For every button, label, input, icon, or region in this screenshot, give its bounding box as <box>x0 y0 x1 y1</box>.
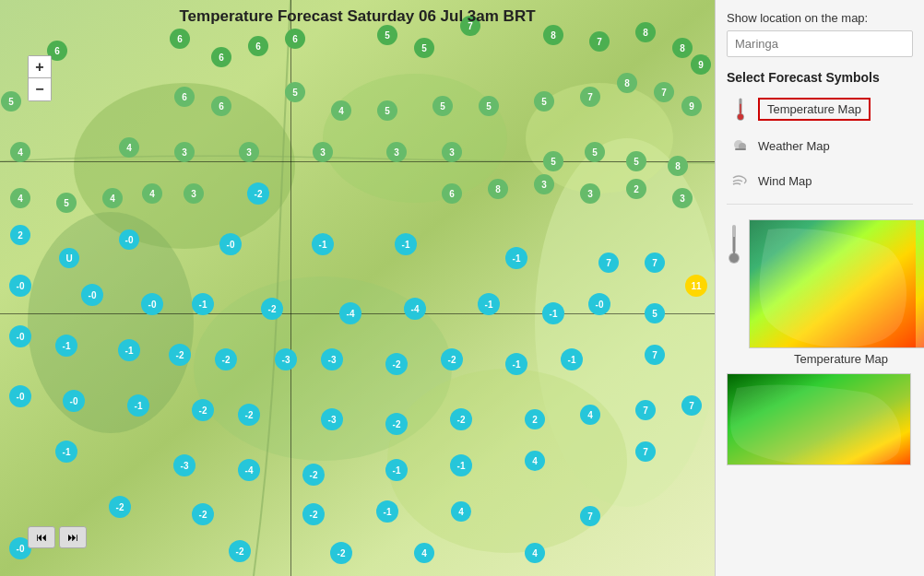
forecast-option-wind[interactable]: Wind Map <box>727 167 913 194</box>
temp-dot: -0 <box>81 284 103 306</box>
thumbnails: Temperature Map <box>727 219 913 465</box>
temperature-thumbnail[interactable]: Temperature Map <box>727 219 913 366</box>
temp-dot: 4 <box>525 451 545 471</box>
temp-dot: 4 <box>580 405 600 425</box>
temp-dot: -1 <box>505 247 527 269</box>
temperature-map-label[interactable]: Temperature Map <box>758 98 871 121</box>
temp-dot: -2 <box>450 408 472 430</box>
temp-dot: 8 <box>668 156 688 176</box>
temp-dot: -2 <box>247 182 269 205</box>
temp-dot: 7 <box>635 441 656 462</box>
temp-dot: 5 <box>645 303 665 323</box>
temp-dot: -2 <box>441 348 463 370</box>
wind-thumbnail[interactable] <box>727 373 913 465</box>
temp-dot: 5 <box>56 193 77 213</box>
temp-dot: -2 <box>330 542 352 564</box>
zoom-out-button[interactable]: − <box>29 78 51 100</box>
temp-dot: 5 <box>543 151 563 171</box>
temp-dot: -2 <box>192 503 214 525</box>
temp-dot: 7 <box>598 253 619 273</box>
svg-rect-10 <box>740 103 741 113</box>
temp-dot: 5 <box>479 96 499 116</box>
temp-dot: 4 <box>102 188 123 208</box>
temp-dot: 6 <box>211 96 231 116</box>
temp-dot: -1 <box>127 394 149 417</box>
temp-dot: -0 <box>588 293 610 315</box>
temp-dot: 6 <box>442 183 462 204</box>
temp-dot: -2 <box>229 540 251 562</box>
show-location-label: Show location on the map: <box>727 11 913 25</box>
forecast-option-weather[interactable]: Weather Map <box>727 132 913 159</box>
temp-dot: -4 <box>238 459 260 481</box>
temp-dot: -2 <box>385 353 408 375</box>
temp-dot: 3 <box>313 142 333 162</box>
temp-dot: 7 <box>589 31 610 52</box>
prev-button[interactable]: ⏮ <box>28 526 55 548</box>
forecast-symbols-title: Select Forecast Symbols <box>727 70 913 85</box>
temp-dot: -0 <box>9 385 31 407</box>
next-button[interactable]: ⏭ <box>59 526 87 548</box>
temp-dot: 7 <box>580 506 600 526</box>
temp-dot: 8 <box>617 73 637 93</box>
temp-dot: -1 <box>55 335 77 357</box>
temp-dot: -1 <box>55 441 77 463</box>
temp-dot: -2 <box>385 413 408 435</box>
temp-dot: 4 <box>10 142 30 162</box>
temp-dot: 5 <box>285 82 305 102</box>
temp-dot: 7 <box>645 345 665 365</box>
temp-dot: 3 <box>184 183 204 204</box>
temp-dot: -4 <box>339 302 361 324</box>
temp-dot: 7 <box>681 395 702 416</box>
temp-dot: 4 <box>414 543 434 563</box>
weather-map-label[interactable]: Weather Map <box>758 139 830 153</box>
temp-dot: 3 <box>442 142 462 162</box>
temp-dot: 8 <box>672 38 693 58</box>
zoom-controls[interactable]: + − <box>28 55 52 101</box>
temp-dot: 6 <box>174 87 195 107</box>
temp-dot: -0 <box>219 233 242 255</box>
temp-dot: 5 <box>377 100 397 121</box>
temp-dot: 5 <box>377 25 397 45</box>
svg-point-3 <box>28 212 194 433</box>
wind-icon <box>730 170 751 191</box>
temp-dot: 7 <box>580 87 600 107</box>
temp-dot: -3 <box>321 348 343 370</box>
temp-dot: -1 <box>542 302 564 324</box>
temp-dot: 7 <box>645 253 665 273</box>
temp-dot: 4 <box>10 188 30 208</box>
temp-dot: -1 <box>478 293 500 315</box>
temp-dot: 4 <box>451 501 471 522</box>
temp-dot: -2 <box>169 344 191 366</box>
temp-dot: 3 <box>672 188 693 208</box>
weather-icon <box>730 135 751 156</box>
temp-dot: 7 <box>635 400 656 420</box>
temp-dot: 9 <box>691 54 711 75</box>
temp-dot: -0 <box>9 275 31 297</box>
temp-dot: 6 <box>170 29 190 49</box>
temp-dot: -0 <box>9 325 31 347</box>
playback-controls[interactable]: ⏮ ⏭ <box>28 526 87 548</box>
location-input[interactable] <box>727 30 913 57</box>
temperature-thumbnail-label: Temperature Map <box>749 348 924 366</box>
temp-dot: 6 <box>211 47 231 67</box>
temp-dot: -2 <box>238 404 260 426</box>
temp-dot: 8 <box>488 179 508 199</box>
temp-dot: 3 <box>386 142 407 162</box>
wind-thumbnail-image <box>727 373 911 465</box>
map-title: Temperature Forecast Saturday 06 Jul 3am… <box>0 7 715 26</box>
wind-map-label[interactable]: Wind Map <box>758 174 812 188</box>
temp-dot: 2 <box>525 409 545 429</box>
temp-dot: -3 <box>275 348 297 370</box>
temp-dot: -1 <box>376 500 398 523</box>
temp-dot: 4 <box>119 137 139 158</box>
temp-dot: -1 <box>561 348 583 370</box>
temp-dot: 6 <box>248 36 268 56</box>
zoom-in-button[interactable]: + <box>29 56 51 78</box>
temp-dot: -0 <box>141 293 163 315</box>
temp-dot: 2 <box>10 225 30 245</box>
temp-dot: 7 <box>654 82 674 102</box>
forecast-option-temperature[interactable]: Temperature Map <box>727 94 913 124</box>
thumbnail-thermometer-icon <box>727 223 741 273</box>
svg-point-2 <box>323 74 507 203</box>
temp-dot: 5 <box>626 151 646 171</box>
